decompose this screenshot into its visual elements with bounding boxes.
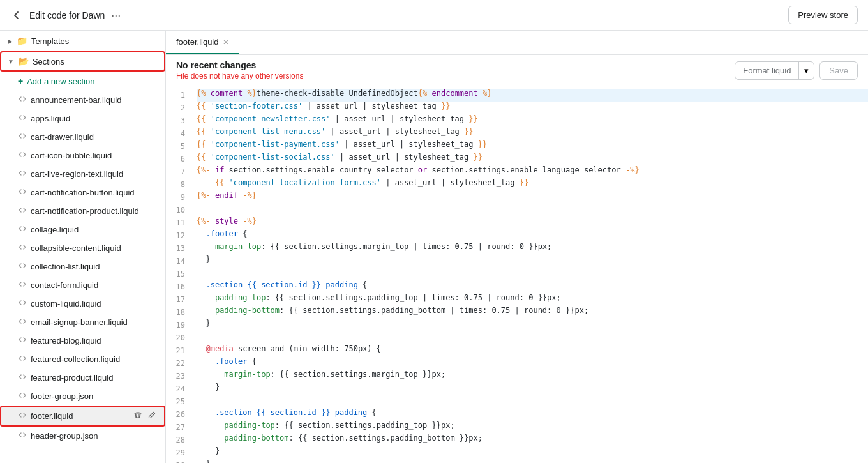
file-name-label: header-group.json <box>31 431 158 441</box>
line-number: 17 <box>166 293 191 306</box>
file-name-label: announcement-bar.liquid <box>31 95 158 105</box>
tab-footer-liquid[interactable]: footer.liquid ✕ <box>166 31 239 54</box>
sidebar-file-cart-drawer-liquid[interactable]: cart-drawer.liquid <box>0 128 165 146</box>
file-name-label: contact-form.liquid <box>31 280 158 290</box>
tab-label: footer.liquid <box>176 37 219 47</box>
line-number: 10 <box>166 204 191 216</box>
code-icon <box>18 391 27 402</box>
more-options-icon[interactable]: ··· <box>111 10 121 21</box>
code-line <box>197 331 868 344</box>
sidebar-file-cart-live-region-text-liquid[interactable]: cart-live-region-text.liquid <box>0 165 165 183</box>
sidebar-file-featured-product-liquid[interactable]: featured-product.liquid <box>0 368 165 387</box>
sidebar-file-featured-collection-liquid[interactable]: featured-collection.liquid <box>0 350 165 368</box>
sidebar-file-cart-notification-product-liquid[interactable]: cart-notification-product.liquid <box>0 202 165 220</box>
code-line: .footer { <box>197 357 868 370</box>
format-liquid-button-group: Format liquid ▾ <box>735 61 814 80</box>
sidebar-file-footer-group-json[interactable]: footer-group.json <box>0 387 165 406</box>
sidebar-file-collage-liquid[interactable]: collage.liquid <box>0 220 165 239</box>
file-name-label: custom-liquid.liquid <box>31 299 158 308</box>
preview-store-button[interactable]: Preview store <box>788 6 858 24</box>
line-number: 27 <box>166 421 191 434</box>
code-icon <box>18 132 27 142</box>
code-line: {%- if section.settings.enable_country_s… <box>197 165 868 178</box>
code-icon <box>18 261 27 272</box>
sidebar-file-apps-liquid[interactable]: apps.liquid <box>0 109 165 128</box>
add-section-button[interactable]: + Add a new section <box>0 72 165 91</box>
code-line: } <box>197 319 868 331</box>
editor-area: footer.liquid ✕ No recent changes File d… <box>166 31 868 463</box>
templates-label: Templates <box>31 36 69 46</box>
file-actions <box>132 409 158 423</box>
file-name-label: cart-notification-product.liquid <box>31 206 158 216</box>
code-line: .footer { <box>197 229 868 242</box>
file-name-label: cart-notification-button.liquid <box>31 188 158 197</box>
line-number: 18 <box>166 306 191 319</box>
sidebar-file-email-signup-banner-liquid[interactable]: email-signup-banner.liquid <box>0 313 165 331</box>
code-icon <box>18 354 27 365</box>
line-number: 5 <box>166 140 191 153</box>
file-name-label: collapsible-content.liquid <box>31 243 158 253</box>
line-number: 23 <box>166 370 191 383</box>
code-content[interactable]: {% comment %}theme-check-disable Undefin… <box>191 86 868 463</box>
folder-icon: 📁 <box>17 36 27 46</box>
line-number: 13 <box>166 242 191 255</box>
file-name-label: cart-live-region-text.liquid <box>31 169 158 179</box>
sidebar-file-custom-liquid-liquid[interactable]: custom-liquid.liquid <box>0 294 165 313</box>
sidebar-file-footer-liquid[interactable]: footer.liquid <box>0 406 165 427</box>
sidebar-file-featured-blog-liquid[interactable]: featured-blog.liquid <box>0 331 165 350</box>
sidebar-file-header-group-json[interactable]: header-group.json <box>0 427 165 445</box>
top-header: Edit code for Dawn ··· Preview store <box>0 0 868 31</box>
code-icon <box>18 298 27 309</box>
file-name-label: collection-list.liquid <box>31 262 158 271</box>
line-number: 24 <box>166 383 191 395</box>
file-name-label: collage.liquid <box>31 225 158 234</box>
status-title: No recent changes <box>176 60 303 70</box>
code-line: .section-{{ section.id }}-padding { <box>197 280 868 293</box>
code-icon <box>18 95 27 105</box>
save-button[interactable]: Save <box>819 61 858 80</box>
code-line: {{ 'component-localization-form.css' | a… <box>197 178 868 191</box>
code-line: padding-bottom: {{ section.settings.padd… <box>197 434 868 446</box>
line-number: 6 <box>166 153 191 165</box>
status-subtitle: File does not have any other versions <box>176 72 303 80</box>
file-name-label: footer.liquid <box>31 411 128 421</box>
line-number: 8 <box>166 178 191 191</box>
line-number: 7 <box>166 165 191 178</box>
format-liquid-button[interactable]: Format liquid <box>735 62 798 79</box>
line-number: 14 <box>166 255 191 268</box>
line-number: 16 <box>166 280 191 293</box>
tab-close-button[interactable]: ✕ <box>223 38 229 47</box>
code-editor[interactable]: 1234567891011121314151617181920212223242… <box>166 86 868 463</box>
sidebar-file-contact-form-liquid[interactable]: contact-form.liquid <box>0 276 165 294</box>
sidebar-file-announcement-bar-liquid[interactable]: announcement-bar.liquid <box>0 91 165 109</box>
line-number: 4 <box>166 127 191 140</box>
file-name-label: featured-blog.liquid <box>31 336 158 345</box>
delete-file-button[interactable] <box>132 409 144 423</box>
sidebar-file-collapsible-content-liquid[interactable]: collapsible-content.liquid <box>0 239 165 257</box>
sections-label: Sections <box>33 57 64 66</box>
sidebar-file-cart-notification-button-liquid[interactable]: cart-notification-button.liquid <box>0 183 165 202</box>
line-number: 22 <box>166 357 191 370</box>
sidebar-file-cart-icon-bubble-liquid[interactable]: cart-icon-bubble.liquid <box>0 146 165 165</box>
file-list: announcement-bar.liquidapps.liquidcart-d… <box>0 91 165 445</box>
code-line: } <box>197 383 868 395</box>
code-line: {{ 'component-list-menu.css' | asset_url… <box>197 127 868 140</box>
code-icon <box>18 243 27 254</box>
code-line <box>197 268 868 280</box>
format-dropdown-button[interactable]: ▾ <box>798 62 814 79</box>
code-line: {%- endif -%} <box>197 191 868 204</box>
back-button[interactable] <box>10 9 23 22</box>
line-number: 3 <box>166 114 191 127</box>
line-number: 29 <box>166 446 191 459</box>
line-number: 15 <box>166 268 191 280</box>
sidebar-file-collection-list-liquid[interactable]: collection-list.liquid <box>0 257 165 276</box>
rename-file-button[interactable] <box>146 409 158 423</box>
code-icon <box>18 206 27 216</box>
code-icon <box>18 169 27 179</box>
file-name-label: email-signup-banner.liquid <box>31 317 158 327</box>
line-number: 19 <box>166 319 191 331</box>
sections-group[interactable]: ▼ 📂 Sections <box>0 51 165 72</box>
templates-group[interactable]: ▶ 📁 Templates <box>0 31 165 51</box>
code-icon <box>18 430 27 441</box>
file-name-label: featured-collection.liquid <box>31 354 158 364</box>
